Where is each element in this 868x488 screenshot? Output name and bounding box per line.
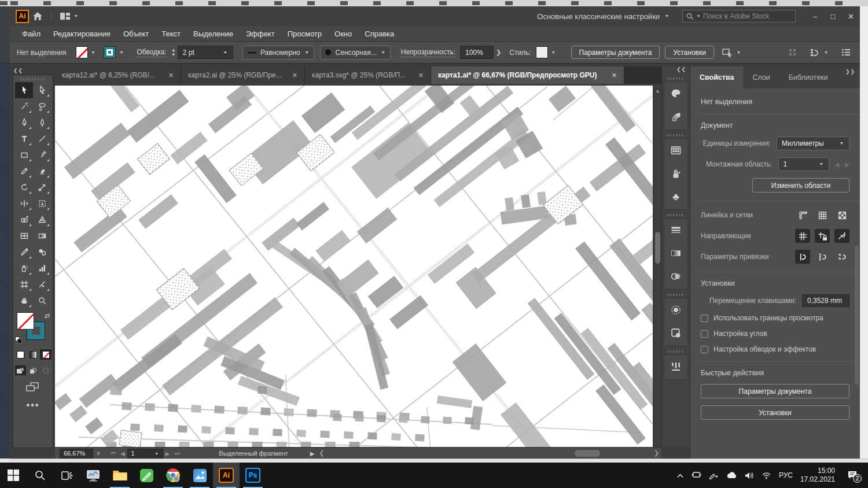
preferences-button[interactable]: Установки (701, 405, 849, 420)
brush-definition-select[interactable]: Сенсорная...▼ (320, 46, 391, 60)
symbols-icon[interactable]: ♣ (664, 185, 687, 208)
menu-4[interactable]: Текст (155, 27, 187, 40)
scale-strokes-checkbox-row[interactable]: Настройка обводок и эффектов (701, 345, 849, 353)
search-button[interactable] (27, 463, 53, 488)
color-guide-icon[interactable] (664, 105, 687, 128)
scale-tool[interactable] (33, 179, 51, 195)
opacity-expand-arrow[interactable]: ❯ (494, 49, 503, 56)
chrome[interactable] (160, 463, 186, 488)
opacity-value-box[interactable]: 100% (460, 46, 494, 59)
gradient-button[interactable] (27, 349, 39, 360)
document-tab-3[interactable]: карта3.svg* @ 25% (RGB/П...✕ (305, 66, 431, 84)
last-artboard-icon[interactable]: ⏭ (172, 450, 182, 457)
stroke-weight-link[interactable]: Обводка: (137, 48, 166, 57)
ruler-icon[interactable] (795, 208, 810, 222)
close-button[interactable]: ✕ (842, 9, 860, 24)
canvas-horizontal-scrollbar[interactable]: ❮ ❯ (318, 448, 660, 460)
menu-3[interactable]: Объект (117, 27, 155, 40)
smart-guides-icon[interactable] (834, 229, 849, 243)
collapse-panel-chevrons[interactable]: ❮❮ (662, 66, 690, 75)
opacity-link[interactable]: Непрозрачность: (401, 48, 455, 57)
panel-grip[interactable] (667, 349, 685, 353)
document-tab-2[interactable]: карта2.ai @ 25% (RGB/Пре...✕ (181, 66, 305, 84)
zoom-dropdown-chevron[interactable]: ▼ (93, 450, 104, 457)
direct-selection-tool[interactable] (33, 82, 51, 98)
width-tool[interactable] (15, 195, 33, 212)
system-monitor-app[interactable] (80, 463, 106, 488)
artboard-select[interactable]: 1▼ (778, 157, 829, 171)
expand-panel-chevrons[interactable]: ❯❯ (845, 69, 855, 75)
rotate-tool[interactable] (15, 179, 33, 195)
graphic-styles-icon[interactable] (664, 321, 687, 345)
show-guides-icon[interactable] (795, 229, 810, 243)
panel-grip[interactable] (667, 133, 685, 137)
prev-artboard-icon[interactable]: ◀ (118, 450, 127, 457)
canvas-vertical-scrollbar[interactable]: ▲ (653, 86, 661, 447)
symbol-sprayer-tool[interactable] (15, 260, 33, 276)
snap-to-grid-icon[interactable] (815, 250, 830, 264)
panel-tab-свойства[interactable]: Свойства (690, 66, 743, 88)
panel-grip[interactable] (20, 77, 46, 81)
preview-bounds-checkbox-row[interactable]: Использовать границы просмотра (701, 314, 849, 322)
swap-fill-stroke-icon[interactable]: ⇄ (45, 312, 50, 320)
default-fill-stroke-icon[interactable] (15, 337, 22, 343)
tab-close-icon[interactable]: ✕ (418, 72, 424, 79)
panel-scrollbar-thumb[interactable] (855, 246, 859, 385)
brushes-icon[interactable] (664, 162, 687, 185)
eraser-tool[interactable] (33, 163, 51, 179)
artboard-number-box[interactable]: 1▼ (127, 449, 163, 459)
none-button[interactable] (40, 349, 52, 360)
artboard-tool[interactable] (15, 276, 33, 293)
swatches-icon[interactable] (664, 139, 687, 162)
style-swatch[interactable] (536, 46, 548, 58)
language-indicator[interactable]: РУС (779, 471, 793, 479)
tray-expand-icon[interactable] (676, 473, 684, 478)
stroke-weight-select[interactable]: 2 pt▼ (178, 46, 233, 59)
snap-options-icon[interactable]: ▼ (810, 48, 829, 57)
zoom-tool[interactable] (33, 293, 51, 309)
document-tab-1[interactable]: карта12.ai* @ 6,25% (RGB/...✕ (55, 66, 181, 84)
panel-grip[interactable] (667, 293, 685, 297)
collapse-panel-chevrons[interactable]: ❮❮ (10, 66, 55, 75)
chevron-down-icon[interactable]: ▼ (551, 50, 556, 55)
stroke-color-swatch[interactable] (104, 46, 116, 58)
zoom-level-box[interactable]: 66,67% (60, 449, 93, 459)
dots-grid-icon[interactable] (788, 48, 797, 57)
network-wifi-icon[interactable] (762, 472, 771, 479)
line-segment-tool[interactable] (33, 131, 51, 147)
document-setup-button[interactable]: Параметры документа (701, 384, 849, 398)
stroke-icon[interactable] (664, 219, 687, 242)
pen-tool[interactable] (15, 114, 33, 131)
task-view-button[interactable] (53, 463, 80, 488)
pen-input-icon[interactable] (709, 472, 719, 479)
chevron-down-icon[interactable]: ▼ (119, 50, 124, 55)
arrange-documents-icon[interactable] (56, 9, 73, 23)
mesh-tool[interactable] (15, 228, 33, 244)
chevron-down-icon[interactable]: ▼ (736, 50, 741, 55)
panel-grip[interactable] (667, 76, 685, 80)
list-icon[interactable] (841, 49, 851, 56)
snap-to-point-icon[interactable] (795, 250, 810, 264)
scroll-right-arrow[interactable]: ❯ (654, 449, 659, 457)
next-artboard-icon[interactable]: ▶ (163, 450, 172, 457)
menu-1[interactable]: Файл (16, 27, 47, 40)
maximize-button[interactable]: □ (824, 9, 842, 24)
artboard-canvas[interactable] (55, 86, 653, 447)
tab-close-icon[interactable]: ✕ (292, 72, 297, 79)
eyedropper-tool[interactable] (15, 244, 33, 260)
action-center-icon[interactable]: 2 (843, 470, 862, 480)
gradient-icon[interactable] (664, 242, 687, 265)
free-transform-tool[interactable] (33, 195, 51, 212)
panel-grip[interactable] (667, 213, 685, 217)
rectangle-tool[interactable] (15, 147, 33, 163)
lock-guides-icon[interactable] (815, 229, 830, 243)
preferences-button[interactable]: Установки (665, 46, 713, 59)
photoshop[interactable]: Ps (240, 463, 266, 488)
checkbox-icon[interactable] (701, 330, 708, 338)
slice-tool[interactable] (33, 276, 51, 293)
screen-mode-icon[interactable] (26, 382, 40, 392)
blend-tool[interactable] (33, 244, 51, 260)
document-setup-button[interactable]: Параметры документа (571, 46, 660, 59)
status-menu-arrow[interactable]: ▶ (308, 450, 317, 457)
shape-builder-tool[interactable] (15, 212, 33, 228)
